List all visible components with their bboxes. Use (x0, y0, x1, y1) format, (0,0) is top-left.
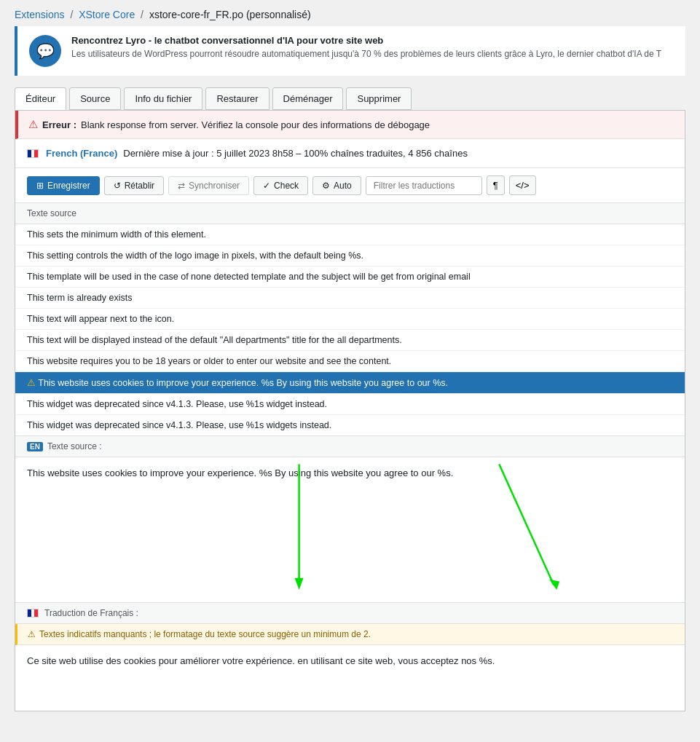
breadcrumb-sep-2: / (141, 9, 146, 20)
promo-banner: 💬 Rencontrez Lyro - le chatbot conversat… (15, 26, 685, 76)
en-source-header: EN Texte source : (15, 436, 685, 457)
breadcrumb-xstore[interactable]: XStore Core (79, 9, 135, 20)
translation-warning-text: Textes indicatifs manquants ; le formata… (39, 629, 371, 639)
source-item[interactable]: This template will be used in the case o… (15, 267, 685, 288)
en-source-label: Texte source : (47, 441, 102, 451)
page-wrapper: Extensions / XStore Core / xstore-core-f… (0, 0, 700, 742)
translation-text: Ce site web utilise des cookies pour amé… (27, 655, 495, 666)
source-item[interactable]: This widget was deprecated since v4.1.3.… (15, 415, 685, 435)
retablir-button[interactable]: ↺ Rétablir (104, 176, 164, 195)
en-source-text: This website uses cookies to improve you… (27, 467, 453, 478)
toolbar: ⊞ Enregistrer ↺ Rétablir ⇄ Synchroniser … (15, 168, 685, 203)
source-header-label: Texte source (27, 208, 76, 218)
save-icon: ⊞ (36, 181, 44, 191)
promo-description: Les utilisateurs de WordPress pourront r… (71, 49, 661, 59)
green-arrows-overlay (15, 457, 685, 602)
filter-input[interactable] (366, 176, 482, 195)
svg-marker-3 (549, 580, 559, 590)
sync-icon: ⇄ (178, 181, 185, 191)
language-name: French (France) (46, 148, 117, 159)
code-button[interactable]: </> (509, 175, 536, 195)
tab-restaurer[interactable]: Restaurer (205, 87, 269, 110)
error-notice: ⚠ Erreur : Blank response from server. V… (15, 111, 685, 139)
check-button[interactable]: ✓ Check (253, 176, 308, 195)
translation-header: Traduction de Français : (15, 603, 685, 624)
warning-icon: ⚠ (28, 629, 36, 639)
error-prefix: Erreur : (42, 119, 76, 130)
flag-fr-translation (27, 609, 39, 617)
code-icon: </> (516, 180, 530, 191)
promo-text: Rencontrez Lyro - le chatbot conversatio… (71, 35, 661, 59)
promo-icon: 💬 (29, 35, 61, 67)
source-item[interactable]: This term is already exists (15, 288, 685, 309)
main-content: ⚠ Erreur : Blank response from server. V… (15, 110, 685, 711)
flag-fr (27, 149, 39, 158)
source-item[interactable]: This text will be displayed instead of t… (15, 330, 685, 351)
en-badge: EN (27, 442, 43, 451)
tab-info-fichier[interactable]: Info du fichier (124, 87, 202, 110)
en-source-box: This website uses cookies to improve you… (15, 457, 685, 603)
language-stats: Dernière mise à jour : 5 juillet 2023 8h… (123, 148, 468, 159)
breadcrumb-current: xstore-core-fr_FR.po (personnalisé) (149, 9, 311, 20)
save-label: Enregistrer (47, 181, 90, 191)
source-item[interactable]: This widget was deprecated since v4.1.3.… (15, 394, 685, 415)
tab-editeur[interactable]: Éditeur (15, 87, 66, 110)
auto-button[interactable]: ⚙ Auto (312, 176, 361, 195)
translation-header-label: Traduction de Français : (44, 608, 138, 618)
tab-demenager[interactable]: Déménager (272, 87, 344, 110)
tab-source[interactable]: Source (69, 87, 121, 110)
tabs-bar: Éditeur Source Info du fichier Restaurer… (0, 87, 700, 110)
error-message: Blank response from server. Vérifiez la … (81, 119, 430, 130)
chat-icon: 💬 (36, 42, 55, 60)
source-item[interactable]: This text will appear next to the icon. (15, 309, 685, 330)
source-item-selected[interactable]: This website uses cookies to improve you… (15, 372, 685, 394)
synchroniser-label: Synchroniser (189, 181, 240, 191)
save-button[interactable]: ⊞ Enregistrer (27, 176, 100, 195)
check-icon: ✓ (263, 181, 270, 191)
translation-warning: ⚠ Textes indicatifs manquants ; le forma… (15, 624, 685, 645)
svg-marker-1 (295, 578, 304, 590)
source-section-header: Texte source (15, 203, 685, 224)
svg-line-2 (499, 464, 554, 585)
language-header: French (France) Dernière mise à jour : 5… (15, 139, 685, 168)
retablir-label: Rétablir (125, 181, 154, 191)
auto-label: Auto (334, 181, 352, 191)
error-icon: ⚠ (28, 118, 38, 131)
source-item[interactable]: This website requires you to be 18 years… (15, 351, 685, 372)
source-item[interactable]: This setting controls the width of the l… (15, 245, 685, 267)
breadcrumb-sep-1: / (70, 9, 76, 20)
pilcrow-button[interactable]: ¶ (487, 175, 505, 195)
retablir-icon: ↺ (114, 181, 121, 191)
tab-supprimer[interactable]: Supprimer (346, 87, 412, 110)
auto-icon: ⚙ (322, 181, 330, 191)
breadcrumb-extensions[interactable]: Extensions (15, 9, 64, 20)
pilcrow-icon: ¶ (493, 180, 498, 191)
source-item[interactable]: This sets the minimum width of this elem… (15, 224, 685, 245)
promo-title: Rencontrez Lyro - le chatbot conversatio… (71, 35, 661, 46)
synchroniser-button[interactable]: ⇄ Synchroniser (168, 176, 249, 195)
breadcrumb: Extensions / XStore Core / xstore-core-f… (0, 0, 700, 26)
check-label: Check (274, 181, 299, 191)
source-list: This sets the minimum width of this elem… (15, 224, 685, 436)
translation-textarea: Ce site web utilise des cookies pour amé… (15, 645, 685, 711)
